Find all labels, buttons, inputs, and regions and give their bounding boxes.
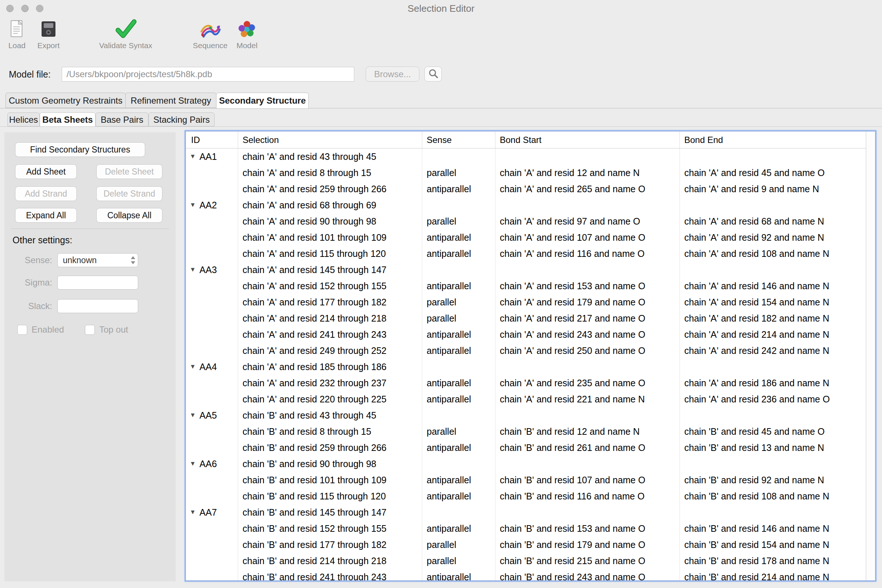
sense-cell[interactable]: antiparallel <box>422 472 495 488</box>
add-sheet-button[interactable]: Add Sheet <box>15 164 77 179</box>
table-row[interactable]: chain 'A' and resid 8 through 15parallel… <box>186 165 867 181</box>
subtab-helices[interactable]: Helices <box>8 112 40 126</box>
bond-start-cell[interactable] <box>495 358 680 375</box>
zoom-button[interactable] <box>36 5 44 12</box>
selection-cell[interactable]: chain 'B' and resid 241 through 243 <box>238 569 422 580</box>
bond-end-cell[interactable]: chain 'A' and resid 92 and name N <box>680 230 867 246</box>
model-file-input[interactable] <box>62 67 354 82</box>
bond-end-cell[interactable]: chain 'B' and resid 45 and name O <box>680 423 867 440</box>
selection-cell[interactable]: chain 'A' and resid 101 through 109 <box>238 230 422 246</box>
id-cell[interactable]: ▼AA7 <box>186 504 238 520</box>
column-header-bond-end[interactable]: Bond End <box>680 132 867 148</box>
table-row[interactable]: ▼AA2chain 'A' and resid 68 through 69 <box>186 197 867 213</box>
enabled-checkbox[interactable] <box>17 325 27 335</box>
bond-end-cell[interactable]: chain 'A' and resid 182 and name N <box>680 310 867 326</box>
sense-cell[interactable]: parallel <box>422 553 495 569</box>
find-secondary-structures-button[interactable]: Find Secondary Structures <box>15 142 145 157</box>
bond-end-cell[interactable] <box>680 148 867 165</box>
collapse-all-button[interactable]: Collapse All <box>96 208 162 223</box>
id-cell[interactable] <box>186 246 238 262</box>
delete-sheet-button[interactable]: Delete Sheet <box>96 164 162 179</box>
id-cell[interactable]: ▼AA5 <box>186 407 238 423</box>
sense-cell[interactable]: antiparallel <box>422 246 495 262</box>
sense-cell[interactable]: antiparallel <box>422 342 495 358</box>
sense-cell[interactable] <box>422 197 495 213</box>
id-cell[interactable] <box>186 278 238 294</box>
selection-cell[interactable]: chain 'B' and resid 259 through 266 <box>238 440 422 456</box>
bond-end-cell[interactable]: chain 'A' and resid 9 and name N <box>680 181 867 197</box>
sense-cell[interactable]: antiparallel <box>422 440 495 456</box>
vertical-scrollbar[interactable] <box>866 132 875 580</box>
bond-start-cell[interactable]: chain 'A' and resid 107 and name O <box>495 230 680 246</box>
bond-end-cell[interactable]: chain 'B' and resid 214 and name N <box>680 569 867 580</box>
bond-end-cell[interactable]: chain 'A' and resid 154 and name N <box>680 294 867 310</box>
selection-cell[interactable]: chain 'B' and resid 152 through 155 <box>238 520 422 537</box>
bond-end-cell[interactable]: chain 'B' and resid 92 and name N <box>680 472 867 488</box>
table-row[interactable]: chain 'A' and resid 101 through 109antip… <box>186 230 867 246</box>
disclosure-triangle-icon[interactable]: ▼ <box>190 148 196 165</box>
minimize-button[interactable] <box>21 5 28 12</box>
bond-end-cell[interactable]: chain 'A' and resid 214 and name N <box>680 326 867 342</box>
disclosure-triangle-icon[interactable]: ▼ <box>190 262 196 278</box>
bond-start-cell[interactable]: chain 'B' and resid 12 and name N <box>495 423 680 440</box>
table-row[interactable]: chain 'A' and resid 90 through 98paralle… <box>186 213 867 230</box>
table-row[interactable]: ▼AA1chain 'A' and resid 43 through 45 <box>186 148 867 165</box>
id-cell[interactable] <box>186 391 238 407</box>
id-cell[interactable] <box>186 165 238 181</box>
selection-cell[interactable]: chain 'A' and resid 241 through 243 <box>238 326 422 342</box>
selection-cell[interactable]: chain 'B' and resid 90 through 98 <box>238 456 422 472</box>
sense-cell[interactable] <box>422 148 495 165</box>
id-cell[interactable]: ▼AA6 <box>186 456 238 472</box>
selection-cell[interactable]: chain 'A' and resid 43 through 45 <box>238 148 422 165</box>
bond-end-cell[interactable] <box>680 197 867 213</box>
bond-end-cell[interactable]: chain 'A' and resid 146 and name N <box>680 278 867 294</box>
selection-cell[interactable]: chain 'A' and resid 115 through 120 <box>238 246 422 262</box>
bond-end-cell[interactable]: chain 'B' and resid 154 and name N <box>680 537 867 553</box>
bond-start-cell[interactable]: chain 'A' and resid 221 and name N <box>495 391 680 407</box>
bond-end-cell[interactable] <box>680 262 867 278</box>
sense-cell[interactable]: parallel <box>422 310 495 326</box>
column-header-selection[interactable]: Selection <box>238 132 422 148</box>
top-out-checkbox[interactable] <box>85 325 95 335</box>
selection-cell[interactable]: chain 'A' and resid 214 through 218 <box>238 310 422 326</box>
sense-cell[interactable]: antiparallel <box>422 391 495 407</box>
column-header-sense[interactable]: Sense <box>422 132 495 148</box>
tab-secondary-structure[interactable]: Secondary Structure <box>216 93 309 109</box>
table-row[interactable]: chain 'A' and resid 232 through 237antip… <box>186 375 867 391</box>
bond-end-cell[interactable]: chain 'A' and resid 186 and name N <box>680 375 867 391</box>
table-row[interactable]: ▼AA5chain 'B' and resid 43 through 45 <box>186 407 867 423</box>
table-row[interactable]: chain 'B' and resid 241 through 243antip… <box>186 569 867 580</box>
id-cell[interactable] <box>186 375 238 391</box>
sense-cell[interactable]: antiparallel <box>422 181 495 197</box>
id-cell[interactable] <box>186 181 238 197</box>
close-button[interactable] <box>6 5 14 12</box>
id-cell[interactable]: ▼AA4 <box>186 358 238 375</box>
id-cell[interactable] <box>186 553 238 569</box>
bond-start-cell[interactable]: chain 'A' and resid 217 and name O <box>495 310 680 326</box>
table-row[interactable]: chain 'B' and resid 214 through 218paral… <box>186 553 867 569</box>
table-row[interactable]: chain 'A' and resid 220 through 225antip… <box>186 391 867 407</box>
sense-cell[interactable]: parallel <box>422 537 495 553</box>
tab-custom-geometry-restraints[interactable]: Custom Geometry Restraints <box>6 93 126 108</box>
sigma-field[interactable] <box>57 276 138 290</box>
selection-cell[interactable]: chain 'A' and resid 232 through 237 <box>238 375 422 391</box>
bond-end-cell[interactable] <box>680 456 867 472</box>
selection-cell[interactable]: chain 'A' and resid 145 through 147 <box>238 262 422 278</box>
sense-cell[interactable]: antiparallel <box>422 375 495 391</box>
bond-end-cell[interactable]: chain 'B' and resid 146 and name N <box>680 520 867 537</box>
id-cell[interactable] <box>186 520 238 537</box>
bond-end-cell[interactable]: chain 'A' and resid 236 and name O <box>680 391 867 407</box>
sense-cell[interactable] <box>422 407 495 423</box>
bond-start-cell[interactable]: chain 'B' and resid 261 and name O <box>495 440 680 456</box>
sense-cell[interactable]: parallel <box>422 213 495 230</box>
selection-cell[interactable]: chain 'A' and resid 249 through 252 <box>238 342 422 358</box>
id-cell[interactable]: ▼AA3 <box>186 262 238 278</box>
export-tool-button[interactable]: Export <box>34 18 63 50</box>
sense-cell[interactable] <box>422 358 495 375</box>
id-cell[interactable] <box>186 342 238 358</box>
id-cell[interactable]: ▼AA1 <box>186 148 238 165</box>
id-cell[interactable]: ▼AA2 <box>186 197 238 213</box>
bond-start-cell[interactable]: chain 'B' and resid 116 and name O <box>495 488 680 504</box>
table-row[interactable]: ▼AA3chain 'A' and resid 145 through 147 <box>186 262 867 278</box>
subtab-stacking-pairs[interactable]: Stacking Pairs <box>148 112 214 126</box>
